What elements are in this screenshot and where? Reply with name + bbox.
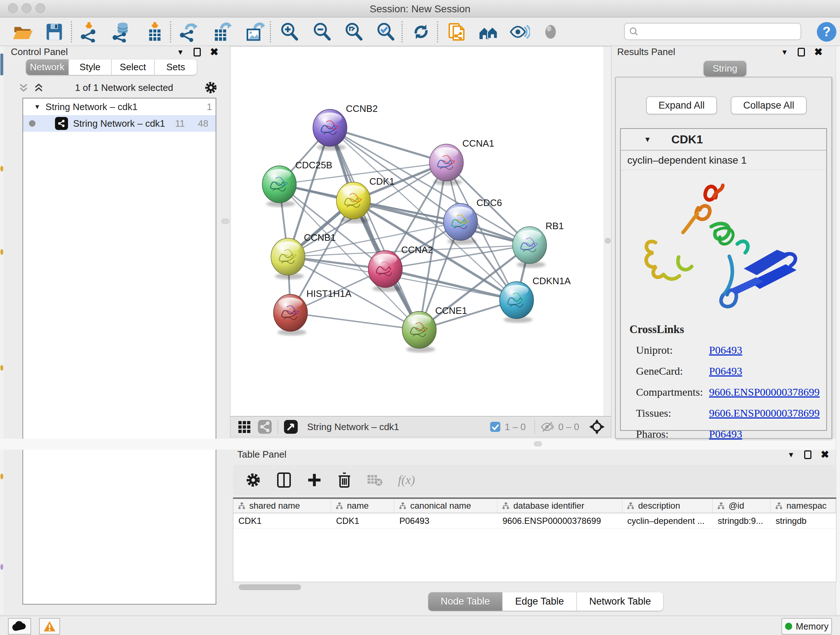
tab-string[interactable]: String [704, 61, 746, 76]
gear-icon[interactable] [204, 81, 218, 95]
collapse-all-icon[interactable] [18, 82, 29, 93]
open-session-button[interactable] [11, 21, 34, 43]
crosslink-link[interactable]: 9606.ENSP00000378699 [709, 407, 820, 419]
maximize-panel-icon[interactable] [194, 48, 201, 57]
birds-eye-button[interactable] [539, 21, 562, 43]
table-scrollbar-thumb[interactable] [239, 584, 301, 590]
column-header-shared-name[interactable]: shared name [233, 499, 331, 513]
zoom-fit-button[interactable] [342, 21, 365, 43]
column-header-namespac[interactable]: namespac [771, 499, 836, 513]
search-input[interactable] [641, 27, 801, 36]
float-panel-icon[interactable]: ▼ [177, 48, 184, 57]
import-network-button[interactable] [78, 21, 101, 43]
network-collection-row[interactable]: ▼ String Network – cdk1 1 [23, 98, 216, 115]
import-table-button[interactable] [143, 21, 166, 43]
clone-network-button[interactable] [445, 21, 468, 43]
network-node-CCNE1[interactable] [402, 311, 436, 353]
home-button[interactable] [477, 21, 500, 43]
collection-expand-icon[interactable]: ▼ [34, 103, 41, 111]
collapse-card-icon[interactable]: ▼ [644, 135, 651, 144]
table-cell[interactable]: P06493 [394, 513, 497, 528]
crosslink-link[interactable]: P06493 [709, 344, 742, 356]
table-cell[interactable]: CDK1 [331, 513, 394, 528]
float-panel-icon[interactable]: ▼ [788, 451, 795, 459]
collapse-all-button[interactable]: Collapse All [731, 96, 807, 114]
tab-sets[interactable]: Sets [155, 59, 197, 75]
column-header--id[interactable]: @id [713, 499, 771, 513]
network-canvas[interactable]: CCNB2CCNA1CDC25BCDK1CDC6RB1CCNB1CCNA2CDK… [230, 46, 611, 416]
crosslink-link[interactable]: P06493 [709, 428, 742, 440]
crosshair-icon[interactable] [589, 418, 605, 435]
save-session-button[interactable] [43, 21, 66, 43]
tab-select[interactable]: Select [112, 59, 155, 75]
search-field[interactable] [624, 23, 801, 40]
column-header-database-identifier[interactable]: database identifier [497, 499, 622, 513]
table-cell[interactable]: stringdb [771, 513, 836, 528]
delete-table-icon[interactable] [367, 473, 383, 486]
table-cell[interactable]: stringdb:9... [713, 513, 771, 528]
network-node-CCNB1[interactable] [271, 238, 305, 279]
apply-function-button[interactable]: f(x) [398, 473, 415, 487]
network-node-RB1[interactable] [513, 226, 546, 268]
table-row[interactable]: CDK1CDK1P064939606.ENSP00000378699cyclin… [233, 513, 836, 529]
tab-node-table[interactable]: Node Table [428, 592, 503, 611]
memory-button[interactable]: Memory [782, 618, 832, 635]
zoom-selected-button[interactable] [374, 21, 397, 43]
show-columns-icon[interactable] [276, 472, 292, 488]
network-node-CCNB2[interactable] [313, 109, 347, 150]
close-panel-icon[interactable]: ✖ [210, 47, 218, 57]
tab-network[interactable]: Network [26, 59, 69, 75]
export-image-button[interactable] [243, 21, 266, 43]
export-table-button[interactable] [210, 21, 234, 43]
network-scrollbar[interactable] [604, 47, 611, 416]
expand-all-button[interactable]: Expand All [646, 96, 717, 114]
share-view-icon[interactable] [257, 419, 272, 434]
network-edge[interactable] [330, 128, 419, 330]
tab-edge-table[interactable]: Edge Table [503, 592, 577, 611]
horizontal-splitter-handle[interactable] [534, 441, 542, 447]
network-node-CDC25B[interactable] [262, 166, 296, 207]
table-cell[interactable]: cyclin–dependent ... [622, 513, 713, 528]
expand-all-icon[interactable] [33, 82, 44, 93]
maximize-panel-icon[interactable] [804, 450, 812, 459]
network-node-CCNA1[interactable] [429, 144, 463, 185]
tab-style[interactable]: Style [69, 59, 112, 75]
export-network-button[interactable] [178, 21, 201, 43]
selected-checkbox-icon[interactable] [489, 421, 501, 432]
cloud-status-button[interactable] [8, 618, 31, 635]
vertical-splitter-handle[interactable] [221, 219, 229, 224]
close-panel-icon[interactable]: ✖ [814, 47, 823, 57]
column-header-canonical-name[interactable]: canonical name [394, 499, 497, 513]
zoom-in-button[interactable] [278, 21, 301, 43]
close-panel-icon[interactable]: ✖ [821, 450, 829, 460]
table-cell[interactable]: 9606.ENSP00000378699 [497, 513, 622, 528]
tab-network-table[interactable]: Network Table [577, 592, 663, 611]
network-edge[interactable] [291, 313, 419, 330]
table-horizontal-scrollbar[interactable] [233, 584, 836, 591]
column-header-description[interactable]: description [622, 499, 713, 513]
network-node-CDKN1A[interactable] [500, 282, 534, 323]
table-gear-icon[interactable] [245, 472, 261, 488]
maximize-panel-icon[interactable] [798, 48, 805, 57]
graphics-details-button[interactable] [508, 21, 531, 43]
import-database-button[interactable] [111, 21, 134, 43]
protein-card-header[interactable]: ▼ CDK1 [621, 129, 826, 150]
delete-column-icon[interactable] [337, 472, 352, 488]
open-in-window-icon[interactable] [283, 419, 298, 434]
hidden-eye-icon[interactable] [540, 421, 554, 433]
warnings-button[interactable] [39, 618, 60, 635]
crosslink-link[interactable]: 9606.ENSP00000378699 [709, 386, 820, 398]
network-scrollbar-thumb[interactable] [605, 238, 611, 244]
float-panel-icon[interactable]: ▼ [781, 48, 788, 57]
network-edge[interactable] [330, 128, 447, 163]
network-row-selected[interactable]: String Network – cdk1 11 48 [23, 115, 216, 132]
network-node-HIST1H1A[interactable] [273, 295, 308, 336]
column-header-name[interactable]: name [331, 499, 394, 513]
crosslink-link[interactable]: P06493 [709, 365, 742, 377]
add-column-icon[interactable] [307, 472, 322, 488]
help-button[interactable]: ? [817, 22, 836, 42]
zoom-out-button[interactable] [310, 21, 333, 43]
table-cell[interactable]: CDK1 [233, 513, 331, 528]
grid-view-icon[interactable] [237, 420, 251, 434]
refresh-button[interactable] [409, 21, 433, 43]
